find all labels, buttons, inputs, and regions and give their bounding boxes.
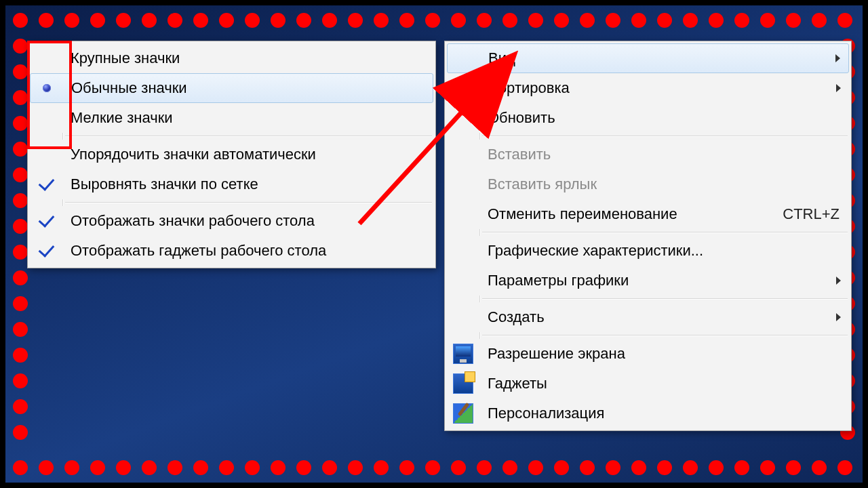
view-submenu-item[interactable]: Отображать значки рабочего стола xyxy=(30,206,433,236)
menu-item-label: Обновить xyxy=(479,109,844,127)
menu-item-gutter xyxy=(30,215,62,228)
menu-item-label: Сортировка xyxy=(479,79,827,97)
view-submenu-item[interactable]: Выровнять значки по сетке xyxy=(30,169,433,199)
view-submenu-item[interactable]: Крупные значки xyxy=(30,43,433,73)
check-icon xyxy=(38,174,54,190)
radio-checked-icon xyxy=(43,84,51,92)
menu-item-label: Отображать значки рабочего стола xyxy=(62,212,428,230)
context-menu-item[interactable]: Обновить xyxy=(447,103,849,133)
menu-item-label: Параметры графики xyxy=(479,272,827,289)
resolution-icon xyxy=(453,344,473,364)
menu-item-label: Выровнять значки по сетке xyxy=(62,176,428,193)
menu-item-gutter xyxy=(447,373,479,394)
menu-separator xyxy=(65,136,432,137)
menu-item-label: Графические характеристики... xyxy=(479,242,844,260)
menu-item-label: Создать xyxy=(479,308,827,326)
context-menu-item: Вставить xyxy=(447,140,849,169)
menu-item-label: Упорядочить значки автоматически xyxy=(62,146,428,163)
view-submenu-item[interactable]: Упорядочить значки автоматически xyxy=(30,140,433,169)
menu-item-gutter xyxy=(447,344,479,364)
personalize-icon xyxy=(453,403,473,424)
submenu-arrow-icon xyxy=(835,54,840,62)
menu-item-label: Крупные значки xyxy=(62,49,428,67)
menu-item-label: Персонализация xyxy=(479,405,844,422)
menu-separator xyxy=(482,136,848,137)
context-menu-item[interactable]: Разрешение экрана xyxy=(447,339,849,369)
menu-separator xyxy=(482,298,848,300)
menu-item-gutter xyxy=(31,84,63,92)
context-menu-item[interactable]: Параметры графики xyxy=(447,266,849,296)
menu-item-label: Вид xyxy=(480,49,826,67)
context-menu-item[interactable]: Отменить переименованиеCTRL+Z xyxy=(447,199,849,229)
menu-item-gutter xyxy=(447,403,479,424)
context-menu-item[interactable]: Создать xyxy=(447,302,849,332)
gadgets-icon xyxy=(453,373,473,394)
check-icon xyxy=(38,211,54,227)
menu-item-label: Разрешение экрана xyxy=(479,345,844,363)
submenu-arrow-icon xyxy=(836,277,841,285)
view-submenu-item[interactable]: Мелкие значки xyxy=(30,103,433,133)
menu-item-gutter xyxy=(30,245,62,258)
submenu-arrow-icon xyxy=(836,84,841,92)
context-menu-item[interactable]: Сортировка xyxy=(447,73,849,103)
view-submenu[interactable]: Крупные значкиОбычные значкиМелкие значк… xyxy=(27,41,436,268)
menu-separator xyxy=(65,202,432,203)
menu-item-label: Отменить переименование xyxy=(479,205,762,223)
menu-item-label: Вставить xyxy=(479,146,844,163)
menu-item-gutter xyxy=(30,178,62,191)
context-menu-item[interactable]: Персонализация xyxy=(447,399,849,428)
menu-separator xyxy=(482,335,848,336)
menu-item-label: Отображать гаджеты рабочего стола xyxy=(62,242,428,260)
submenu-arrow-icon xyxy=(836,313,841,321)
screenshot-stage: ВидСортировкаОбновитьВставитьВставить яр… xyxy=(0,0,868,488)
menu-item-label: Вставить ярлык xyxy=(479,176,844,193)
context-menu-item[interactable]: Графические характеристики... xyxy=(447,236,849,266)
view-submenu-item[interactable]: Отображать гаджеты рабочего стола xyxy=(30,236,433,266)
desktop-context-menu[interactable]: ВидСортировкаОбновитьВставитьВставить яр… xyxy=(444,41,852,431)
menu-item-shortcut: CTRL+Z xyxy=(762,205,844,223)
menu-item-label: Обычные значки xyxy=(63,79,427,97)
context-menu-item[interactable]: Гаджеты xyxy=(447,369,849,399)
context-menu-item: Вставить ярлык xyxy=(447,169,849,199)
menu-separator xyxy=(482,232,848,233)
check-icon xyxy=(38,241,54,257)
context-menu-item[interactable]: Вид xyxy=(447,43,849,73)
menu-item-label: Гаджеты xyxy=(479,375,844,392)
view-submenu-item[interactable]: Обычные значки xyxy=(30,73,433,103)
menu-item-label: Мелкие значки xyxy=(62,109,428,127)
